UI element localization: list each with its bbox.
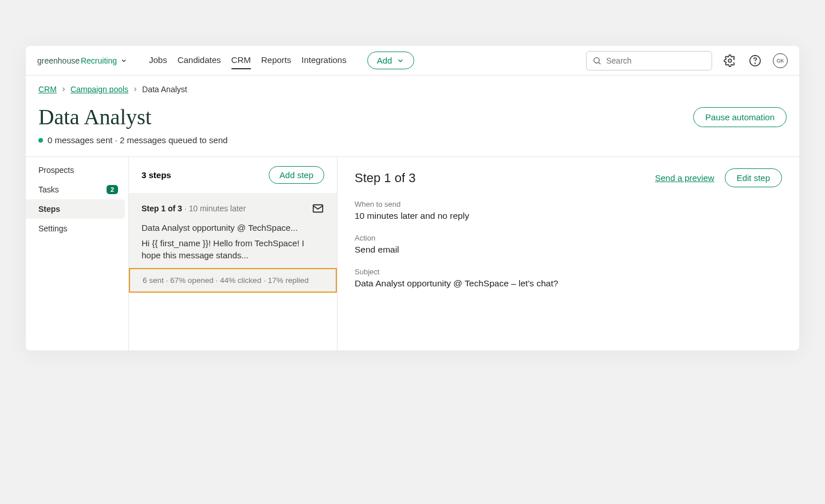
edit-step-button[interactable]: Edit step [725,168,782,187]
breadcrumb-crm[interactable]: CRM [38,85,57,94]
step-card-body-preview: Hi {{ first_name }}! Hello from TechSpac… [142,237,324,261]
app-window: greenhouse Recruiting Jobs Candidates CR… [26,46,799,351]
body: Prospects Tasks 2 Steps Settings 3 steps… [26,157,799,351]
send-preview-link[interactable]: Send a preview [655,173,714,183]
logo-text-1: greenhouse [37,56,80,65]
add-button[interactable]: Add [367,52,415,69]
chevron-right-icon [60,86,67,93]
svg-line-1 [599,62,600,64]
add-button-label: Add [377,56,392,65]
nav-reports[interactable]: Reports [261,52,292,69]
steps-header: 3 steps Add step [129,157,337,193]
status-dot-icon [38,138,43,143]
sidebar-item-settings[interactable]: Settings [26,219,128,238]
status-text: 0 messages sent · 2 messages queued to s… [48,135,227,145]
svg-point-2 [728,59,732,62]
breadcrumb-current: Data Analyst [142,85,187,94]
nav-candidates[interactable]: Candidates [178,52,221,69]
breadcrumb-pools[interactable]: Campaign pools [70,85,128,94]
step-card-step-label: Step 1 of 3 [142,204,182,213]
top-navbar: greenhouse Recruiting Jobs Candidates CR… [26,46,799,76]
breadcrumb: CRM Campaign pools Data Analyst [38,85,787,94]
sidebar-item-steps[interactable]: Steps [26,199,125,219]
field-when-to-send: When to send 10 minutes later and no rep… [355,200,782,221]
step-card-stats: 6 sent · 67% opened · 44% clicked · 17% … [129,268,337,293]
step-card-timing: · 10 minutes later [182,204,246,213]
detail-title: Step 1 of 3 [355,171,415,186]
chevron-down-icon [396,57,404,65]
step-detail: Step 1 of 3 Send a preview Edit step Whe… [337,157,799,351]
chevron-down-icon [120,57,127,64]
nav-crm[interactable]: CRM [231,52,251,69]
search-input[interactable] [606,56,706,65]
svg-point-4 [755,63,756,64]
gear-icon [724,54,736,67]
avatar[interactable]: GK [773,53,788,68]
pause-automation-button[interactable]: Pause automation [693,107,787,127]
field-label: When to send [355,200,782,208]
search-box[interactable] [586,51,712,70]
steps-count: 3 steps [142,170,171,180]
sidebar-item-label: Settings [38,224,68,233]
sidebar-item-label: Prospects [38,166,74,175]
sidebar-item-label: Tasks [38,185,59,194]
steps-column: 3 steps Add step Step 1 of 3 · 10 minute… [129,157,337,351]
field-subject: Subject Data Analyst opportunity @ TechS… [355,267,782,289]
field-label: Action [355,234,782,242]
field-action: Action Send email [355,234,782,255]
field-value: Data Analyst opportunity @ TechSpace – l… [355,278,782,289]
field-value: Send email [355,245,782,255]
field-value: 10 minutes later and no reply [355,211,782,221]
page-title: Data Analyst [38,104,151,129]
status-row: 0 messages sent · 2 messages queued to s… [38,135,787,145]
nav-integrations[interactable]: Integrations [301,52,346,69]
sidebar-item-tasks[interactable]: Tasks 2 [26,180,128,199]
step-card[interactable]: Step 1 of 3 · 10 minutes later Data Anal… [129,193,337,293]
add-step-button[interactable]: Add step [269,166,324,184]
page-header: CRM Campaign pools Data Analyst Data Ana… [26,76,799,157]
settings-button[interactable] [722,53,737,68]
main-nav: Jobs Candidates CRM Reports Integrations [149,52,347,69]
sidebar-item-label: Steps [38,204,60,214]
sidebar-item-prospects[interactable]: Prospects [26,160,128,180]
chevron-right-icon [132,86,139,93]
help-button[interactable] [748,53,763,68]
logo-text-2: Recruiting [81,56,117,65]
sidebar: Prospects Tasks 2 Steps Settings [26,157,129,351]
tasks-badge: 2 [107,185,118,194]
step-card-heading: Step 1 of 3 · 10 minutes later [142,204,246,213]
step-card-subject: Data Analyst opportunity @ TechSpace... [142,223,324,233]
search-icon [592,56,602,65]
field-label: Subject [355,267,782,276]
svg-point-0 [594,57,599,62]
mail-icon [312,202,324,215]
logo[interactable]: greenhouse Recruiting [37,56,127,65]
help-icon [749,54,761,67]
nav-jobs[interactable]: Jobs [149,52,167,69]
